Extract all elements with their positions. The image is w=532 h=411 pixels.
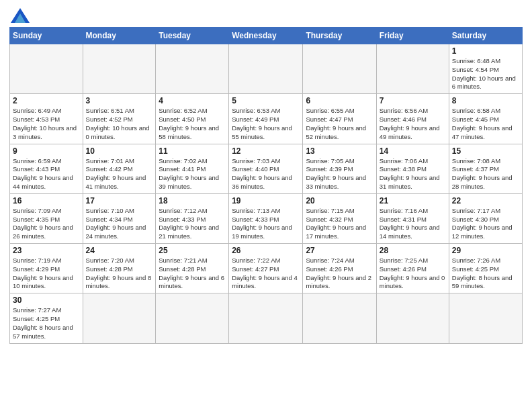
day-number: 14 [380,146,446,156]
day-info: Sunrise: 7:27 AM Sunset: 4:25 PM Dayligh… [13,306,80,340]
day-cell [229,293,303,343]
day-number: 20 [306,196,373,205]
day-number: 3 [86,96,153,105]
weekday-header-saturday: Saturday [449,28,522,44]
week-row-4: 16Sunrise: 7:09 AM Sunset: 4:35 PM Dayli… [10,193,523,243]
day-number: 15 [452,146,519,156]
day-cell [303,293,376,343]
day-cell [376,44,449,94]
day-cell: 18Sunrise: 7:12 AM Sunset: 4:33 PM Dayli… [156,193,229,243]
day-cell: 2Sunrise: 6:49 AM Sunset: 4:53 PM Daylig… [10,94,83,144]
weekday-header-monday: Monday [83,28,156,44]
weekday-header-row: SundayMondayTuesdayWednesdayThursdayFrid… [10,28,523,44]
day-number: 1 [452,46,519,56]
day-cell: 3Sunrise: 6:51 AM Sunset: 4:52 PM Daylig… [83,94,156,144]
day-info: Sunrise: 6:59 AM Sunset: 4:43 PM Dayligh… [13,157,80,191]
day-info: Sunrise: 7:22 AM Sunset: 4:27 PM Dayligh… [232,257,300,291]
day-info: Sunrise: 7:02 AM Sunset: 4:41 PM Dayligh… [159,157,226,191]
day-info: Sunrise: 6:52 AM Sunset: 4:50 PM Dayligh… [159,107,226,141]
day-cell: 16Sunrise: 7:09 AM Sunset: 4:35 PM Dayli… [10,193,83,243]
day-info: Sunrise: 7:05 AM Sunset: 4:39 PM Dayligh… [306,157,373,191]
day-number: 8 [452,96,519,105]
day-number: 4 [159,96,226,105]
day-cell: 10Sunrise: 7:01 AM Sunset: 4:42 PM Dayli… [83,144,156,193]
day-info: Sunrise: 7:13 AM Sunset: 4:33 PM Dayligh… [232,207,300,241]
weekday-header-sunday: Sunday [10,28,83,44]
day-number: 18 [159,196,226,205]
calendar: SundayMondayTuesdayWednesdayThursdayFrid… [9,27,523,344]
day-number: 29 [452,246,519,255]
day-info: Sunrise: 7:17 AM Sunset: 4:30 PM Dayligh… [452,207,519,241]
weekday-header-friday: Friday [376,28,449,44]
day-number: 7 [380,96,446,105]
day-number: 5 [232,96,300,105]
day-cell: 7Sunrise: 6:56 AM Sunset: 4:46 PM Daylig… [376,94,449,144]
day-info: Sunrise: 7:26 AM Sunset: 4:25 PM Dayligh… [452,257,519,291]
day-cell: 1Sunrise: 6:48 AM Sunset: 4:54 PM Daylig… [449,44,522,94]
day-cell: 30Sunrise: 7:27 AM Sunset: 4:25 PM Dayli… [10,293,83,343]
day-info: Sunrise: 6:58 AM Sunset: 4:45 PM Dayligh… [452,107,519,141]
day-number: 2 [13,96,80,105]
day-number: 26 [232,246,300,255]
day-number: 22 [452,196,519,205]
day-cell: 21Sunrise: 7:16 AM Sunset: 4:31 PM Dayli… [376,193,449,243]
day-number: 25 [159,246,226,255]
weekday-header-tuesday: Tuesday [156,28,229,44]
day-cell: 19Sunrise: 7:13 AM Sunset: 4:33 PM Dayli… [229,193,303,243]
day-cell: 13Sunrise: 7:05 AM Sunset: 4:39 PM Dayli… [303,144,376,193]
day-cell [83,44,156,94]
day-info: Sunrise: 7:10 AM Sunset: 4:34 PM Dayligh… [86,207,153,241]
day-cell: 29Sunrise: 7:26 AM Sunset: 4:25 PM Dayli… [449,244,522,293]
day-info: Sunrise: 7:08 AM Sunset: 4:37 PM Dayligh… [452,157,519,191]
day-info: Sunrise: 6:55 AM Sunset: 4:47 PM Dayligh… [306,107,373,141]
day-cell: 15Sunrise: 7:08 AM Sunset: 4:37 PM Dayli… [449,144,522,193]
day-cell: 23Sunrise: 7:19 AM Sunset: 4:29 PM Dayli… [10,244,83,293]
week-row-1: 1Sunrise: 6:48 AM Sunset: 4:54 PM Daylig… [10,44,523,94]
day-number: 23 [13,246,80,255]
day-info: Sunrise: 7:19 AM Sunset: 4:29 PM Dayligh… [13,257,80,291]
day-cell [303,44,376,94]
day-number: 28 [380,246,446,255]
day-info: Sunrise: 7:01 AM Sunset: 4:42 PM Dayligh… [86,157,153,191]
day-number: 21 [380,196,446,205]
day-cell [10,44,83,94]
day-info: Sunrise: 7:24 AM Sunset: 4:26 PM Dayligh… [306,257,373,291]
day-cell: 24Sunrise: 7:20 AM Sunset: 4:28 PM Dayli… [83,244,156,293]
day-info: Sunrise: 7:15 AM Sunset: 4:32 PM Dayligh… [306,207,373,241]
day-number: 16 [13,196,80,205]
day-cell: 8Sunrise: 6:58 AM Sunset: 4:45 PM Daylig… [449,94,522,144]
week-row-6: 30Sunrise: 7:27 AM Sunset: 4:25 PM Dayli… [10,293,523,343]
day-info: Sunrise: 7:06 AM Sunset: 4:38 PM Dayligh… [380,157,446,191]
week-row-3: 9Sunrise: 6:59 AM Sunset: 4:43 PM Daylig… [10,144,523,193]
day-number: 19 [232,196,300,205]
day-number: 24 [86,246,153,255]
day-cell [156,44,229,94]
day-cell [376,293,449,343]
day-info: Sunrise: 6:51 AM Sunset: 4:52 PM Dayligh… [86,107,153,141]
day-cell [156,293,229,343]
day-cell: 6Sunrise: 6:55 AM Sunset: 4:47 PM Daylig… [303,94,376,144]
week-row-2: 2Sunrise: 6:49 AM Sunset: 4:53 PM Daylig… [10,94,523,144]
page: SundayMondayTuesdayWednesdayThursdayFrid… [0,0,532,411]
day-cell: 27Sunrise: 7:24 AM Sunset: 4:26 PM Dayli… [303,244,376,293]
day-info: Sunrise: 6:48 AM Sunset: 4:54 PM Dayligh… [452,57,519,91]
day-info: Sunrise: 7:21 AM Sunset: 4:28 PM Dayligh… [159,257,226,291]
day-info: Sunrise: 6:53 AM Sunset: 4:49 PM Dayligh… [232,107,300,141]
day-number: 27 [306,246,373,255]
day-cell: 20Sunrise: 7:15 AM Sunset: 4:32 PM Dayli… [303,193,376,243]
day-cell: 28Sunrise: 7:25 AM Sunset: 4:26 PM Dayli… [376,244,449,293]
weekday-header-thursday: Thursday [303,28,376,44]
day-info: Sunrise: 7:20 AM Sunset: 4:28 PM Dayligh… [86,257,153,291]
day-cell: 22Sunrise: 7:17 AM Sunset: 4:30 PM Dayli… [449,193,522,243]
day-number: 13 [306,146,373,156]
day-cell [449,293,522,343]
day-number: 11 [159,146,226,156]
logo-icon [11,8,30,23]
day-info: Sunrise: 7:09 AM Sunset: 4:35 PM Dayligh… [13,207,80,241]
logo [9,9,30,23]
day-cell [229,44,303,94]
day-cell: 9Sunrise: 6:59 AM Sunset: 4:43 PM Daylig… [10,144,83,193]
day-number: 10 [86,146,153,156]
day-info: Sunrise: 6:56 AM Sunset: 4:46 PM Dayligh… [380,107,446,141]
day-number: 17 [86,196,153,205]
